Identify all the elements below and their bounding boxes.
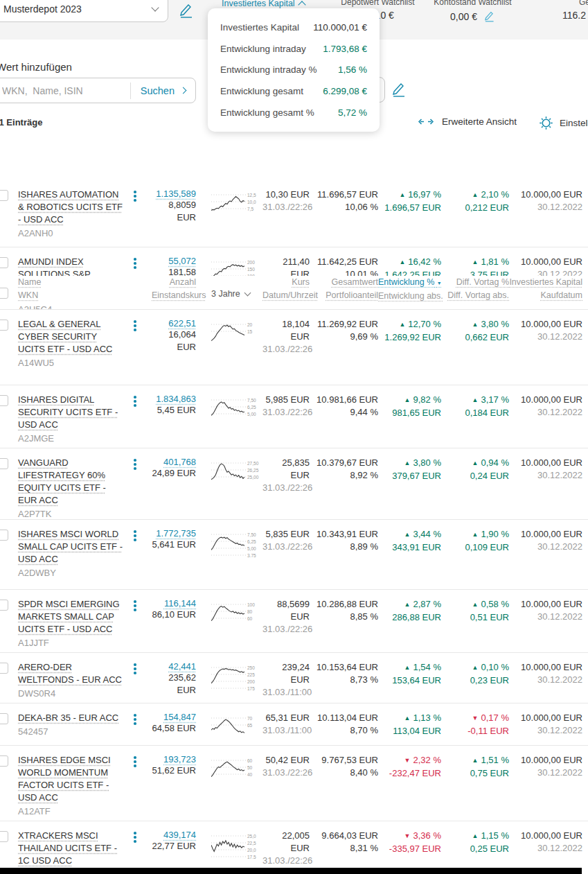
sparkline-chart[interactable]: 250225200175: [196, 661, 262, 703]
entwicklung-abs: 153,64 EUR: [378, 674, 441, 687]
instrument-name-link[interactable]: ISHARES MSCI WORLD SMALL CAP UCITS ETF -…: [18, 528, 124, 566]
header-einstandskurs[interactable]: Einstandskurs: [152, 289, 196, 302]
sparkline-chart[interactable]: 7065: [196, 712, 262, 745]
instrument-wkn: A2JMGE: [18, 433, 124, 444]
row-checkbox[interactable]: [0, 600, 8, 611]
instrument-name-link[interactable]: ISHARES EDGE MSCI WORLD MOMENTUM FACTOR …: [18, 754, 124, 804]
row-checkbox[interactable]: [0, 713, 8, 724]
select-all-checkbox[interactable]: [0, 288, 8, 299]
header-diff-vortag-abs[interactable]: Diff. Vortag abs.: [441, 289, 509, 302]
svg-text:10,0: 10,0: [247, 200, 256, 204]
header-diff-vortag[interactable]: Diff. Vortag %: [441, 276, 509, 289]
kebab-menu-icon[interactable]: [134, 320, 136, 331]
quantity-link[interactable]: 622,51: [152, 318, 196, 329]
kebab-menu-icon[interactable]: [134, 459, 136, 470]
row-checkbox[interactable]: [0, 755, 8, 767]
instrument-name-link[interactable]: ISHARES AUTOMATION & ROBOTICS UCITS ETF …: [18, 189, 124, 226]
sparkline-chart[interactable]: 7,506,255,003,75: [196, 528, 262, 589]
svg-text:5,00: 5,00: [247, 546, 256, 551]
header-name[interactable]: Name: [18, 276, 124, 289]
kebab-menu-icon[interactable]: [134, 600, 136, 611]
row-checkbox[interactable]: [0, 190, 8, 201]
row-checkbox[interactable]: [0, 831, 8, 842]
sparkline-chart[interactable]: 7,506,255,00: [196, 394, 262, 448]
instrument-name-link[interactable]: SPDR MSCI EMERGING MARKETS SMALL CAP UCI…: [18, 598, 124, 636]
quantity-link[interactable]: 1.772,735: [152, 528, 196, 539]
kebab-menu-icon[interactable]: [134, 714, 136, 725]
instrument-name-link[interactable]: DEKA-BR 35 - EUR ACC: [18, 712, 124, 724]
stat-value: 116.2: [562, 10, 586, 21]
sparkline-chart[interactable]: 1008060: [196, 598, 262, 652]
instrument-name-link[interactable]: VANGUARD LIFESTRATEGY 60% EQUITY UCITS E…: [18, 457, 124, 507]
edit-pencil-icon[interactable]: [390, 80, 407, 98]
depot-select[interactable]: Musterdepot 2023: [0, 0, 168, 22]
row-checkbox[interactable]: [0, 663, 8, 674]
quantity-link[interactable]: 116,144: [152, 598, 196, 609]
header-kaufdatum[interactable]: Kaufdatum: [509, 289, 582, 302]
row-checkbox[interactable]: [0, 395, 8, 406]
instrument-name-link[interactable]: ARERO-DER WELTFONDS - EUR ACC: [18, 661, 124, 686]
search-button[interactable]: Suchen: [131, 85, 195, 96]
kebab-menu-icon[interactable]: [134, 756, 136, 767]
header-anzahl[interactable]: Anzahl: [152, 276, 196, 289]
quantity-link[interactable]: 1.135,589: [152, 189, 196, 199]
kurs-zeit: 31.03./22:26: [262, 855, 310, 867]
kebab-menu-icon[interactable]: [134, 663, 136, 674]
einstandskurs-value: 235,62 EUR: [152, 672, 196, 697]
row-checkbox[interactable]: [0, 257, 8, 268]
table-row: LEGAL & GENERAL CYBER SECURITY UCITS ETF…: [0, 309, 588, 385]
sort-column-link[interactable]: Investiertes Kapital: [222, 0, 305, 8]
svg-text:40: 40: [247, 772, 253, 777]
sparkline-chart[interactable]: 12,510,07,5: [196, 189, 262, 247]
portfolioanteil-value: 10,06 %: [310, 201, 378, 213]
header-datum[interactable]: Datum/Uhrzeit: [262, 289, 310, 302]
einstandskurs-value: 64,58 EUR: [152, 722, 196, 735]
kebab-menu-icon[interactable]: [134, 191, 136, 202]
instrument-name-link[interactable]: LEGAL & GENERAL CYBER SECURITY UCITS ETF…: [18, 318, 124, 356]
instrument-name-link[interactable]: XTRACKERS MSCI THAILAND UCITS ETF - 1C U…: [18, 830, 124, 867]
row-checkbox[interactable]: [0, 530, 8, 541]
period-select[interactable]: 3 Jahre: [211, 289, 262, 299]
sparkline-chart[interactable]: 27,5026,2525,00: [196, 457, 262, 519]
diff-vortag-cell: ▲1,90 % 0,109 EUR: [441, 528, 509, 589]
header-kurs[interactable]: Kurs: [262, 276, 310, 289]
edit-depot-pencil-icon[interactable]: [177, 1, 194, 19]
kebab-menu-icon[interactable]: [134, 530, 136, 541]
row-checkbox[interactable]: [0, 320, 8, 331]
expanded-view-button[interactable]: Erweiterte Ansicht: [418, 116, 517, 127]
header-gesamtwert[interactable]: Gesamtwert: [310, 276, 378, 289]
header-portfolioanteil[interactable]: Portfolioanteil: [310, 289, 378, 302]
header-wkn[interactable]: WKN: [18, 289, 124, 302]
kebab-menu-icon[interactable]: [134, 396, 136, 407]
quantity-link[interactable]: 154,847: [152, 712, 196, 722]
kurs-value: 5,985 EUR: [262, 394, 310, 406]
row-checkbox[interactable]: [0, 458, 8, 469]
diff-vortag-cell: ▲0,10 % 0,23 EUR: [441, 661, 509, 703]
svg-text:60: 60: [247, 616, 253, 621]
kaufdatum-value: 30.12.2022: [509, 674, 582, 686]
quantity-link[interactable]: 42,441: [152, 661, 196, 672]
sparkline-chart[interactable]: 605040: [196, 754, 262, 821]
portfolioanteil-value: 8,92 %: [310, 469, 378, 482]
popup-row: Entwicklung gesamt %5,72 %: [220, 107, 367, 118]
investiertes-kapital-value: 10.000,00 EUR: [509, 189, 582, 201]
entwicklung-abs: 1.696,57 EUR: [378, 202, 441, 214]
popup-row-value: 1,56 %: [338, 64, 367, 75]
quantity-link[interactable]: 1.834,863: [152, 394, 196, 404]
search-input[interactable]: [0, 85, 130, 96]
header-entwicklung-abs[interactable]: Entwicklung abs.: [378, 290, 441, 303]
quantity-link[interactable]: 55,072: [152, 256, 196, 266]
quantity-link[interactable]: 439,174: [152, 830, 196, 840]
quantity-link[interactable]: 193,723: [152, 754, 196, 764]
sparkline-chart[interactable]: 2015: [196, 318, 262, 385]
kebab-menu-icon[interactable]: [134, 832, 136, 843]
kebab-menu-icon[interactable]: [134, 258, 136, 269]
settings-button[interactable]: Einstellungen: [539, 116, 588, 130]
popup-row-label: Entwicklung gesamt: [220, 86, 303, 96]
header-investiertes-kapital[interactable]: Investiertes Kapital: [509, 276, 582, 289]
einstandskurs-value: 16,064 EUR: [152, 329, 196, 353]
edit-kontostand-pencil-icon[interactable]: [483, 10, 495, 23]
header-entwicklung-sorted[interactable]: Entwicklung % ▼: [378, 276, 441, 290]
quantity-link[interactable]: 401,768: [152, 457, 196, 467]
instrument-name-link[interactable]: ISHARES DIGITAL SECURITY UCITS ETF - USD…: [18, 394, 124, 431]
